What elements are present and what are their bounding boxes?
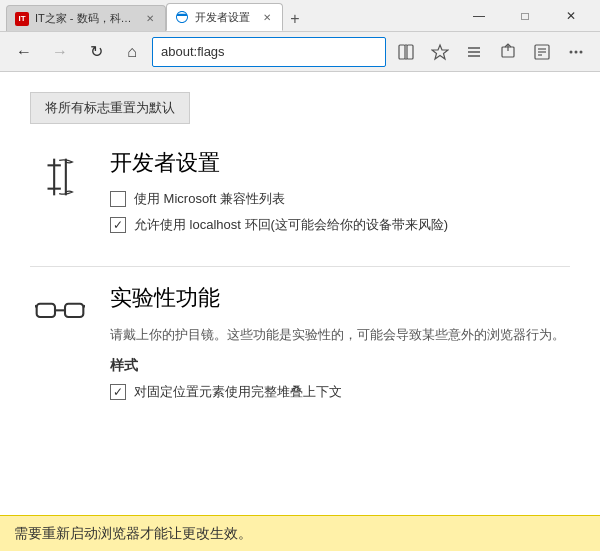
section-divider xyxy=(30,266,570,267)
svg-point-15 xyxy=(575,50,578,53)
new-tab-button[interactable]: + xyxy=(283,7,307,31)
maximize-button[interactable]: □ xyxy=(502,0,548,32)
hub-icon[interactable] xyxy=(458,36,490,68)
minimize-button[interactable]: — xyxy=(456,0,502,32)
checkbox-stacking-label: 对固定位置元素使用完整堆叠上下文 xyxy=(134,383,342,401)
title-bar: IT IT之家 - 数码，科技，生活 ✕ 开发者设置 ✕ + — □ ✕ xyxy=(0,0,600,32)
svg-rect-1 xyxy=(407,45,413,59)
checkbox-compatibility[interactable] xyxy=(110,191,126,207)
wrench-icon xyxy=(30,148,90,242)
svg-point-16 xyxy=(580,50,583,53)
goggles-icon xyxy=(30,283,90,409)
toolbar-icons xyxy=(390,36,592,68)
developer-section-content: 开发者设置 使用 Microsoft 兼容性列表 允许使用 localhost … xyxy=(110,148,570,242)
forward-button[interactable]: → xyxy=(44,36,76,68)
tab-close-inactive[interactable]: ✕ xyxy=(143,12,157,26)
tab-favicon-active xyxy=(175,10,189,24)
style-subsection-title: 样式 xyxy=(110,357,570,375)
checkbox-compatibility-label: 使用 Microsoft 兼容性列表 xyxy=(134,190,285,208)
tab-active[interactable]: 开发者设置 ✕ xyxy=(166,3,283,31)
tab-close-active[interactable]: ✕ xyxy=(260,10,274,24)
checkbox-localhost[interactable] xyxy=(110,217,126,233)
favorites-icon[interactable] xyxy=(424,36,456,68)
notes-icon[interactable] xyxy=(526,36,558,68)
experimental-section-content: 实验性功能 请戴上你的护目镜。这些功能是实验性的，可能会导致某些意外的浏览器行为… xyxy=(110,283,570,409)
checkbox-row-2: 允许使用 localhost 环回(这可能会给你的设备带来风险) xyxy=(110,216,570,234)
checkbox-row-1: 使用 Microsoft 兼容性列表 xyxy=(110,190,570,208)
close-button[interactable]: ✕ xyxy=(548,0,594,32)
refresh-button[interactable]: ↻ xyxy=(80,36,112,68)
main-content: 将所有标志重置为默认 开发者设置 使用 Microsoft 兼容性列表 允许使用 xyxy=(0,72,600,515)
tab-inactive[interactable]: IT IT之家 - 数码，科技，生活 ✕ xyxy=(6,5,166,31)
status-bar: 需要重新启动浏览器才能让更改生效。 xyxy=(0,515,600,551)
reset-flags-button[interactable]: 将所有标志重置为默认 xyxy=(30,92,190,124)
tab-favicon-inactive: IT xyxy=(15,12,29,26)
svg-marker-4 xyxy=(432,45,448,59)
back-button[interactable]: ← xyxy=(8,36,40,68)
checkbox-localhost-label: 允许使用 localhost 环回(这可能会给你的设备带来风险) xyxy=(134,216,448,234)
svg-point-14 xyxy=(570,50,573,53)
developer-section: 开发者设置 使用 Microsoft 兼容性列表 允许使用 localhost … xyxy=(30,148,570,242)
window-controls: — □ ✕ xyxy=(456,0,594,32)
checkbox-stacking[interactable] xyxy=(110,384,126,400)
experimental-section-title: 实验性功能 xyxy=(110,283,570,313)
toolbar: ← → ↻ ⌂ xyxy=(0,32,600,72)
reading-view-icon[interactable] xyxy=(390,36,422,68)
svg-rect-21 xyxy=(37,304,55,317)
svg-rect-0 xyxy=(399,45,405,59)
share-icon[interactable] xyxy=(492,36,524,68)
checkbox-row-3: 对固定位置元素使用完整堆叠上下文 xyxy=(110,383,570,401)
more-icon[interactable] xyxy=(560,36,592,68)
experimental-section: 实验性功能 请戴上你的护目镜。这些功能是实验性的，可能会导致某些意外的浏览器行为… xyxy=(30,283,570,409)
svg-rect-22 xyxy=(65,304,83,317)
status-message: 需要重新启动浏览器才能让更改生效。 xyxy=(14,525,252,543)
tab-group: IT IT之家 - 数码，科技，生活 ✕ 开发者设置 ✕ + xyxy=(6,0,452,31)
tab-active-label: 开发者设置 xyxy=(195,10,250,25)
home-button[interactable]: ⌂ xyxy=(116,36,148,68)
tab-inactive-label: IT之家 - 数码，科技，生活 xyxy=(35,11,133,26)
developer-section-title: 开发者设置 xyxy=(110,148,570,178)
address-bar[interactable] xyxy=(152,37,386,67)
experimental-section-desc: 请戴上你的护目镜。这些功能是实验性的，可能会导致某些意外的浏览器行为。 xyxy=(110,325,570,345)
